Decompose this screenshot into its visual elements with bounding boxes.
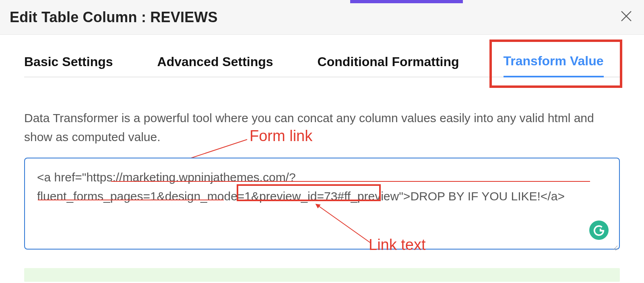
tab-transform-value[interactable]: Transform Value [504, 54, 604, 77]
tab-bar: Basic Settings Advanced Settings Conditi… [24, 51, 620, 77]
close-icon [619, 9, 634, 23]
success-strip [24, 268, 620, 282]
grammarly-badge[interactable] [589, 221, 609, 240]
grammarly-icon [593, 224, 605, 236]
modal-header: Edit Table Column : REVIEWS [0, 0, 644, 35]
transformer-textarea-wrap [24, 158, 620, 251]
tab-basic-settings[interactable]: Basic Settings [24, 54, 113, 77]
modal-body: Basic Settings Advanced Settings Conditi… [0, 35, 644, 282]
tab-advanced-settings[interactable]: Advanced Settings [157, 54, 273, 77]
modal-title: Edit Table Column : REVIEWS [10, 9, 218, 26]
tab-conditional-formatting[interactable]: Conditional Formatting [318, 54, 459, 77]
transformer-textarea[interactable] [24, 158, 620, 250]
purple-accent-bar [350, 0, 463, 3]
transformer-description: Data Transformer is a powerful tool wher… [24, 109, 620, 146]
close-button[interactable] [619, 9, 634, 23]
